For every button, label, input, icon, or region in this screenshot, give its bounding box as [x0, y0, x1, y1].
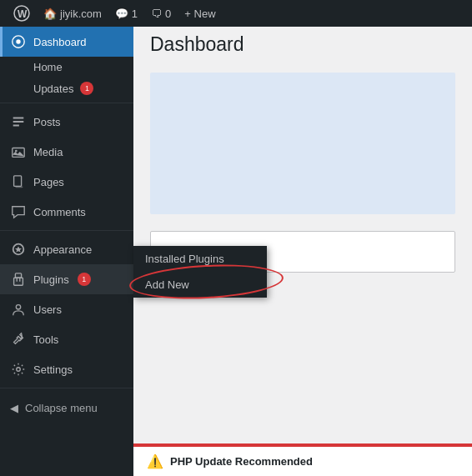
page-title: Dashboard — [150, 33, 455, 56]
updates-badge: 1 — [80, 82, 93, 95]
svg-point-12 — [16, 305, 20, 309]
message-icon: 🗨 — [151, 8, 162, 20]
admin-bar: W 🏠 jiyik.com 💬 1 🗨 0 + New — [0, 0, 472, 27]
pages-icon — [10, 173, 27, 190]
notice-text: PHP Update Recommended — [170, 455, 313, 468]
comment-bubble-icon: 💬 — [115, 8, 128, 20]
admin-menu: Dashboard Home Updates 1 Posts — [0, 27, 133, 476]
sidebar-item-appearance[interactable]: Appearance — [0, 234, 133, 264]
site-home-icon: 🏠 — [43, 8, 57, 20]
settings-icon — [10, 361, 27, 378]
sidebar-item-posts[interactable]: Posts — [0, 107, 133, 137]
flyout-add-new-plugin[interactable]: Add New — [133, 272, 267, 298]
notice-warning-icon: ⚠️ — [147, 453, 163, 469]
sidebar-item-settings[interactable]: Settings — [0, 354, 133, 384]
collapse-menu-button[interactable]: ◀ Collapse menu — [0, 395, 133, 421]
posts-icon — [10, 113, 27, 130]
comments-link[interactable]: 💬 1 — [108, 0, 144, 27]
dashboard-icon — [10, 33, 27, 50]
wp-logo[interactable]: W — [7, 0, 37, 27]
site-name[interactable]: 🏠 jiyik.com — [37, 0, 108, 27]
sidebar-item-dashboard[interactable]: Dashboard — [0, 27, 133, 57]
users-icon — [10, 301, 27, 318]
svg-rect-9 — [14, 278, 23, 285]
comments-menu-icon — [10, 203, 27, 220]
svg-rect-6 — [14, 176, 22, 187]
plugins-badge: 1 — [78, 273, 91, 286]
sidebar-item-pages[interactable]: Pages — [0, 167, 133, 197]
svg-rect-8 — [15, 273, 21, 278]
sidebar-item-plugins[interactable]: Plugins 1 — [0, 264, 133, 294]
svg-point-13 — [17, 368, 21, 372]
plugins-flyout-menu: Installed Plugins Add New — [133, 246, 267, 298]
sidebar-item-updates[interactable]: Updates 1 — [0, 78, 133, 99]
sidebar-item-users[interactable]: Users — [0, 294, 133, 324]
plugins-icon — [10, 271, 27, 288]
media-icon — [10, 143, 27, 160]
sidebar-item-home[interactable]: Home — [0, 57, 133, 78]
sidebar-item-comments[interactable]: Comments — [0, 197, 133, 227]
svg-text:W: W — [18, 8, 28, 20]
menu-separator-1 — [0, 103, 133, 103]
flyout-installed-plugins[interactable]: Installed Plugins — [133, 246, 267, 272]
php-update-notice: ⚠️ PHP Update Recommended — [133, 443, 472, 476]
appearance-icon — [10, 241, 27, 258]
menu-separator-2 — [0, 230, 133, 231]
sidebar-item-tools[interactable]: Tools — [0, 324, 133, 354]
svg-rect-7 — [15, 186, 23, 188]
new-content-button[interactable]: + New — [178, 0, 222, 27]
messages-link[interactable]: 🗨 0 — [144, 0, 178, 27]
sidebar-item-media[interactable]: Media — [0, 137, 133, 167]
collapse-icon: ◀ — [10, 402, 18, 414]
svg-point-3 — [16, 39, 20, 43]
at-a-glance-widget — [150, 73, 455, 214]
menu-separator-3 — [0, 388, 133, 388]
tools-icon — [10, 331, 27, 348]
